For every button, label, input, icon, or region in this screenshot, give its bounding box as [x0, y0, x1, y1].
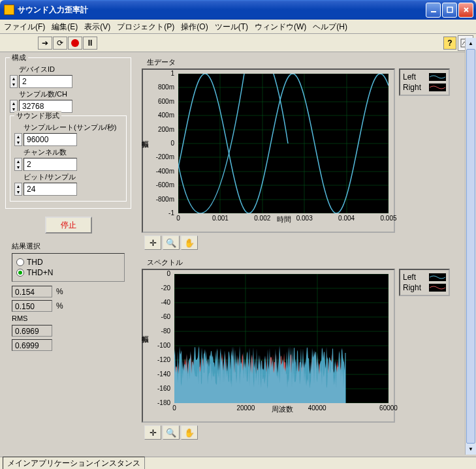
spectrum-chart-plot[interactable]	[174, 274, 389, 403]
tick-label: 1	[150, 70, 174, 77]
tick-label: -140	[150, 371, 170, 378]
device-id-input[interactable]: 2	[19, 75, 72, 88]
bits-label: ビット/サンプル	[24, 172, 122, 182]
stop-button[interactable]: 停止	[45, 217, 92, 234]
tick-label: 0	[150, 140, 174, 147]
statusbar: メインアプリケーションインスタンス	[0, 457, 476, 469]
sample-rate-spinner[interactable]: ▲▼	[14, 133, 22, 146]
tick-label: -20	[150, 284, 170, 292]
config-group-label: 構成	[10, 53, 28, 63]
menu-file[interactable]: ファイル(F)	[4, 22, 45, 31]
spectrum-chart-section: スペクトル 振幅 0-20-40-60-80-100-120-140-16	[142, 258, 471, 440]
menu-project[interactable]: プロジェクト(P)	[117, 22, 174, 31]
menu-help[interactable]: ヘルプ(H)	[313, 22, 347, 31]
channels-spinner[interactable]: ▲▼	[14, 158, 22, 171]
status-text: メインアプリケーションインスタンス	[3, 457, 145, 469]
cursor-tool-icon[interactable]: ✛	[144, 425, 161, 440]
tick-label: 0.005	[379, 215, 398, 222]
thd-radio-row[interactable]: THD	[16, 258, 120, 267]
tick-label: 40000	[306, 404, 329, 412]
close-button[interactable]	[458, 3, 473, 18]
record-button[interactable]	[68, 37, 82, 50]
legend-left-swatch	[429, 73, 446, 81]
config-group: 構成 デバイスID ▲▼ 2 サンプル数/CH ▲▼ 32768 サウンド形式 …	[5, 57, 131, 209]
menu-tools[interactable]: ツール(T)	[215, 22, 248, 31]
legend-right-label: Right	[403, 83, 421, 92]
minimize-button[interactable]	[426, 3, 441, 18]
raw-chart-box: 振幅 1800m600m400m200m0-200m-400m-600m-	[142, 68, 395, 233]
tick-label: 0.001	[210, 215, 230, 222]
tick-label: -100	[150, 342, 170, 349]
zoom-tool-icon[interactable]: 🔍	[163, 235, 180, 250]
legend-left-swatch	[429, 273, 446, 281]
result-radio-group: THD THD+N	[12, 253, 125, 282]
left-panel: 構成 デバイスID ▲▼ 2 サンプル数/CH ▲▼ 32768 サウンド形式 …	[0, 52, 136, 457]
scroll-down-icon[interactable]: ▼	[466, 444, 476, 455]
tick-label: -120	[150, 356, 170, 363]
legend-left-label: Left	[403, 72, 416, 82]
result-value-2: 0.150	[12, 300, 52, 312]
tick-label: 0	[150, 270, 170, 277]
pause-button[interactable]: II	[83, 37, 97, 50]
tick-label: 0	[168, 215, 188, 222]
percent-label: %	[56, 301, 63, 310]
rms-value-1: 0.6969	[12, 325, 52, 337]
tick-label: -200m	[150, 153, 174, 160]
legend-right-label: Right	[403, 283, 421, 292]
tick-label: -600m	[150, 181, 174, 189]
bits-input[interactable]: 24	[24, 183, 77, 196]
samples-label: サンプル数/CH	[19, 89, 127, 99]
window-title: サウンド入力歪率計	[18, 5, 424, 16]
device-id-spinner[interactable]: ▲▼	[10, 75, 18, 88]
raw-chart-title: 生データ	[147, 57, 471, 67]
tick-label: -40	[150, 299, 170, 306]
tick-label: 200m	[150, 126, 174, 133]
legend-left-label: Left	[403, 273, 416, 282]
raw-chart-section: 生データ 振幅 180	[142, 57, 471, 250]
rms-value-2: 0.6999	[12, 339, 52, 351]
menubar: ファイル(F) 編集(E) 表示(V) プロジェクト(P) 操作(O) ツール(…	[0, 20, 476, 34]
sample-rate-input[interactable]: 96000	[24, 133, 77, 146]
result-value-1: 0.154	[12, 286, 52, 297]
maximize-button[interactable]	[442, 3, 457, 18]
raw-plot-svg	[178, 74, 389, 213]
tick-label: 60000	[377, 404, 400, 412]
spectrum-graph-palette: ✛ 🔍 ✋	[144, 425, 471, 440]
channels-label: チャンネル数	[24, 147, 122, 157]
menu-edit[interactable]: 編集(E)	[52, 22, 78, 31]
tick-label: -160	[150, 385, 170, 392]
bits-spinner[interactable]: ▲▼	[14, 183, 22, 196]
thd-label: THD	[27, 258, 43, 267]
tick-label: 0	[163, 404, 186, 412]
spectrum-chart-title: スペクトル	[147, 258, 471, 267]
run-continuous-button[interactable]: ⟳	[53, 37, 67, 50]
menu-window[interactable]: ウィンドウ(W)	[255, 22, 306, 31]
tick-label: 600m	[150, 98, 174, 105]
pan-tool-icon[interactable]: ✋	[181, 235, 198, 250]
tick-label: -80	[150, 327, 170, 335]
pan-tool-icon[interactable]: ✋	[181, 425, 198, 440]
raw-legend: Left Right	[399, 68, 450, 96]
cursor-tool-icon[interactable]: ✛	[144, 235, 161, 250]
vertical-scrollbar[interactable]: ▲ ▼	[465, 38, 476, 455]
sample-rate-label: サンプルレート(サンプル/秒)	[24, 123, 122, 132]
channels-input[interactable]: 2	[24, 158, 77, 171]
spectrum-chart-box: 振幅 0-20-40-60-80-100-120-140-160-180 020…	[142, 269, 395, 423]
spectrum-xlabel: 周波数	[174, 404, 390, 414]
help-icon[interactable]: ?	[443, 37, 456, 50]
legend-right-swatch	[429, 284, 446, 292]
scroll-up-icon[interactable]: ▲	[466, 38, 476, 49]
menu-view[interactable]: 表示(V)	[84, 22, 110, 31]
run-button[interactable]: ➔	[38, 37, 52, 50]
tick-label: -800m	[150, 196, 174, 203]
thdn-radio-row[interactable]: THD+N	[16, 268, 120, 277]
tick-label: 0.003	[294, 215, 314, 222]
svg-rect-0	[431, 11, 436, 12]
tick-label: -400m	[150, 168, 174, 175]
zoom-tool-icon[interactable]: 🔍	[163, 425, 180, 440]
spectrum-legend: Left Right	[399, 269, 450, 296]
menu-operate[interactable]: 操作(O)	[181, 22, 208, 31]
percent-label: %	[56, 287, 63, 296]
scroll-thumb[interactable]	[466, 49, 475, 444]
raw-chart-plot[interactable]	[178, 74, 389, 213]
